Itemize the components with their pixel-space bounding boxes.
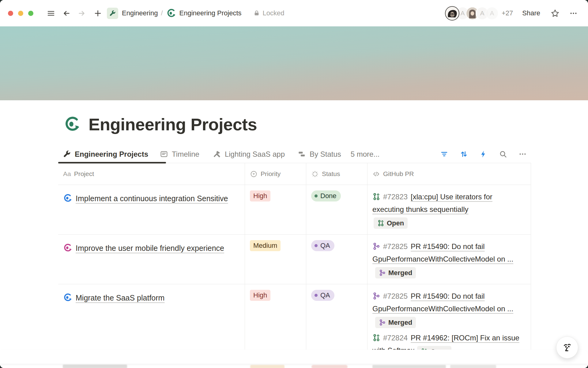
tab-timeline[interactable]: Timeline: [155, 145, 204, 163]
breadcrumb-page[interactable]: Engineering Projects: [166, 8, 242, 18]
teamspace-wrench-icon: [107, 8, 118, 19]
tab-label: By Status: [310, 150, 341, 159]
breadcrumb-teamspace-label: Engineering: [122, 9, 158, 17]
breadcrumb-teamspace[interactable]: Engineering: [107, 8, 158, 19]
presence-avatars[interactable]: A A A: [445, 6, 499, 21]
search-icon: [499, 150, 507, 158]
cell-status[interactable]: Done: [306, 185, 368, 234]
minimize-window-button[interactable]: [18, 11, 23, 16]
page-icon-large[interactable]: [63, 116, 81, 133]
hamburger-icon: [47, 9, 55, 17]
tab-engineering-projects[interactable]: Engineering Projects: [58, 145, 153, 163]
pull-request-open-icon: [372, 333, 380, 341]
page-cover-image[interactable]: [0, 26, 588, 100]
avatar-illustration: [446, 7, 459, 20]
status-tag: QA: [311, 240, 334, 251]
locked-indicator[interactable]: Locked: [253, 9, 285, 17]
column-label: Status: [322, 170, 340, 178]
breadcrumb-page-label: Engineering Projects: [179, 9, 242, 17]
lock-icon: [253, 10, 260, 17]
new-page-button[interactable]: [94, 9, 102, 17]
table-row: Implement a continuous integration Sensi…: [58, 185, 531, 235]
wrench-icon: [63, 150, 71, 158]
forward-button[interactable]: [77, 9, 86, 17]
pull-request-open-icon: [377, 220, 384, 227]
tab-by-status[interactable]: By Status: [293, 145, 346, 163]
sidebar-toggle-button[interactable]: [47, 9, 55, 17]
priority-tag: High: [250, 290, 270, 301]
notion-ai-face-icon: [561, 341, 573, 354]
peek-priority-chip: [250, 365, 285, 368]
pr-status-badge[interactable]: Open: [374, 217, 408, 229]
peek-pr-text: [372, 365, 446, 368]
status-label: QA: [320, 290, 330, 301]
select-icon: [250, 170, 258, 178]
favorite-button[interactable]: [551, 9, 560, 18]
back-button[interactable]: [62, 9, 71, 17]
column-header-project[interactable]: Aa Project: [58, 163, 245, 185]
database-table: Aa Project Priority Status GitHub PR: [58, 163, 531, 363]
pr-status-badge[interactable]: Merged: [375, 317, 416, 328]
pr-badge-label: Merged: [388, 316, 412, 329]
table-header-row: Aa Project Priority Status GitHub PR: [58, 163, 531, 185]
column-header-status[interactable]: Status: [306, 163, 368, 185]
column-label: GitHub PR: [383, 170, 414, 178]
avatar[interactable]: A: [485, 7, 499, 20]
presence-overflow-count[interactable]: +27: [502, 9, 513, 17]
pr-badge-label: Merged: [388, 266, 412, 279]
lightning-icon: [479, 150, 488, 158]
pr-number: #72825: [383, 242, 408, 251]
pr-badge-label: Open: [387, 217, 404, 229]
search-button[interactable]: [499, 150, 507, 158]
traffic-lights: [8, 11, 33, 16]
notion-window: Engineering / Engineering Projects Locke…: [0, 0, 588, 368]
plus-icon: [94, 9, 102, 17]
project-title-link[interactable]: Improve the user mobile friendly experie…: [76, 244, 224, 252]
cell-priority[interactable]: High: [245, 185, 306, 234]
board-icon: [298, 150, 306, 158]
column-header-priority[interactable]: Priority: [245, 163, 306, 185]
view-options-button[interactable]: [518, 150, 527, 158]
project-title-link[interactable]: Implement a continuous integration Sensi…: [76, 194, 228, 203]
priority-tag: Medium: [250, 240, 281, 251]
partial-next-row: [0, 364, 588, 368]
pull-request-merged-icon: [379, 319, 386, 326]
cell-github-pr[interactable]: #72825PR #15490: Do not fail GpuPerforma…: [368, 235, 531, 284]
cell-status[interactable]: QA: [306, 235, 368, 284]
cell-github-pr[interactable]: #72823[xla:cpu] Use iterators for execut…: [368, 185, 531, 234]
more-views-button[interactable]: 5 more...: [351, 150, 380, 159]
view-actions: [440, 150, 531, 158]
tab-lighting-saas-app[interactable]: Lighting SaaS app: [208, 145, 289, 163]
project-title-link[interactable]: Migrate the SaaS platform: [76, 293, 164, 302]
more-options-button[interactable]: [569, 9, 578, 17]
tab-label: Timeline: [172, 150, 199, 159]
status-dot: [315, 294, 318, 297]
peek-pr-text: [450, 365, 496, 368]
zoom-window-button[interactable]: [28, 11, 33, 16]
table-row: Improve the user mobile friendly experie…: [58, 235, 531, 284]
column-header-github-pr[interactable]: GitHub PR: [368, 163, 531, 185]
cell-project[interactable]: Improve the user mobile friendly experie…: [58, 235, 245, 284]
automations-button[interactable]: [479, 150, 488, 158]
close-window-button[interactable]: [8, 11, 13, 16]
star-icon: [551, 9, 560, 18]
window-toolbar: Engineering / Engineering Projects Locke…: [0, 0, 588, 26]
pull-request-merged-icon: [372, 241, 380, 249]
pull-request-merged-icon: [379, 269, 386, 276]
peek-status-chip: [311, 365, 348, 368]
pr-status-badge[interactable]: Merged: [375, 267, 416, 278]
cell-project[interactable]: Implement a continuous integration Sensi…: [58, 185, 245, 234]
status-dot: [315, 194, 318, 197]
page-title[interactable]: Engineering Projects: [89, 114, 257, 134]
locked-label: Locked: [263, 9, 285, 17]
avatar[interactable]: [445, 6, 459, 21]
project-page-icon: [63, 243, 72, 253]
ellipsis-icon: [518, 150, 527, 158]
filter-button[interactable]: [440, 150, 448, 158]
notion-ai-button[interactable]: [556, 336, 578, 358]
share-button[interactable]: Share: [522, 9, 540, 17]
code-icon: [372, 170, 380, 178]
sort-button[interactable]: [460, 150, 468, 158]
cell-priority[interactable]: Medium: [245, 235, 306, 284]
status-tag: QA: [311, 290, 334, 301]
